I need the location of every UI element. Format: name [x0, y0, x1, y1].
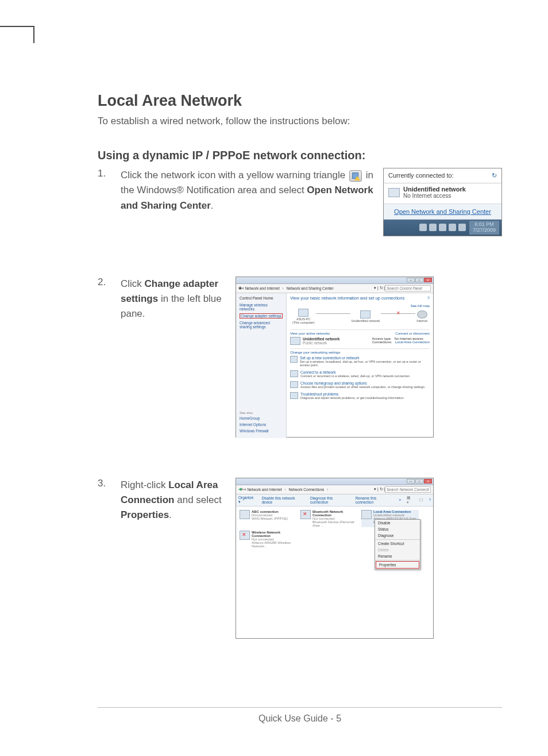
change-settings-header: Change your networking settings	[290, 348, 430, 354]
step-2-number: 2.	[98, 277, 121, 288]
clock-date: 7/27/2009	[473, 228, 496, 233]
minimize-button[interactable]: —	[407, 278, 415, 282]
clock[interactable]: 6:01 PM 7/27/2009	[469, 221, 499, 235]
s1-network-row: Unidentified network No Internet access	[384, 183, 501, 204]
sidebar-change-adapter[interactable]: Change adapter settings	[240, 313, 283, 318]
step-1-number: 1.	[98, 168, 121, 179]
node-unidentified: Unidentified network	[352, 310, 380, 323]
address-bar: ◀ ▶ « Network and Internet › Network Con…	[236, 485, 433, 494]
sidebar-firewall[interactable]: Windows Firewall	[240, 429, 283, 433]
s1-connected-to: Currently connected to:	[388, 172, 454, 179]
step-1-text: Click the network icon with a yellow war…	[121, 168, 383, 213]
step-1: 1. Click the network icon with a yellow …	[98, 168, 502, 236]
sidebar-see-also: See also	[240, 411, 283, 415]
view-icon[interactable]: ▦ ▾	[407, 496, 414, 505]
screenshot-1-network-flyout: Currently connected to: ↻ Unidentified n…	[383, 168, 502, 236]
tb-disable[interactable]: Disable this network device	[261, 496, 304, 504]
menu-disable[interactable]: Disable	[375, 520, 420, 526]
menu-properties[interactable]: Properties	[376, 561, 419, 569]
flag-icon[interactable]	[429, 224, 437, 231]
close-button[interactable]: ✕	[424, 278, 432, 282]
step-2-t1: Click	[121, 278, 145, 289]
breadcrumb-2[interactable]: Network Connections	[289, 488, 325, 492]
sidebar-homegroup[interactable]: HomeGroup	[240, 416, 283, 420]
step-2: 2. Click Change adapter settings in the …	[98, 277, 502, 438]
tb-more[interactable]: »	[399, 498, 402, 502]
conn-bluetooth[interactable]: Bluetooth Network ConnectionNot connecte…	[300, 510, 358, 527]
help-icon[interactable]: ?	[427, 296, 430, 301]
sidebar-home[interactable]: Control Panel Home	[240, 296, 283, 300]
conn-wireless[interactable]: Wireless Network ConnectionNot connected…	[240, 531, 297, 548]
s1-network-title: Unidentified network	[403, 186, 466, 193]
step-3: 3. Right-click Local Area Connection and…	[98, 478, 502, 639]
menu-shortcut[interactable]: Create Shortcut	[375, 540, 420, 547]
tb-diagnose[interactable]: Diagnose this connection	[310, 496, 350, 504]
menu-rename[interactable]: Rename	[375, 553, 420, 559]
opt-connect-network[interactable]: Connect to a networkConnect or reconnect…	[290, 369, 430, 379]
lac-link[interactable]: Local Area Connection	[395, 340, 430, 344]
conn-abc[interactable]: ABC connectionDisconnectedWAN Miniport (…	[240, 510, 297, 527]
sidebar-internet-options[interactable]: Internet Options	[240, 423, 283, 427]
sidebar-advanced-sharing[interactable]: Change advanced sharing settings	[240, 321, 283, 329]
organize-menu[interactable]: Organize ▾	[238, 496, 256, 504]
window-titlebar: — □ ✕	[236, 277, 433, 284]
s2-main: View your basic network information and …	[287, 293, 433, 438]
refresh-icon[interactable]: ↻	[492, 172, 497, 179]
network-icon	[290, 337, 300, 345]
menu-status[interactable]: Status	[375, 526, 420, 532]
tb-rename[interactable]: Rename this connection	[356, 496, 393, 504]
tray-up-icon[interactable]: ▴	[419, 224, 427, 231]
connections-list: ABC connectionDisconnectedWAN Miniport (…	[236, 506, 433, 643]
sidebar-manage-wireless[interactable]: Manage wireless networks	[240, 303, 283, 311]
address-bar: ◉ « Network and Internet › Network and S…	[236, 284, 433, 293]
opt-troubleshoot[interactable]: Troubleshoot problemsDiagnose and repair…	[290, 390, 430, 401]
network-tray-icon[interactable]	[449, 224, 456, 231]
step-3-bold2: Properties	[121, 509, 169, 520]
s1-network-sub: No Internet access	[403, 193, 466, 199]
step-3-text: Right-click Local Area Connection and se…	[121, 478, 236, 523]
s1-link-row: Open Network and Sharing Center	[384, 204, 501, 220]
menu-diagnose[interactable]: Diagnose	[375, 532, 420, 539]
opt-homegroup[interactable]: Choose homegroup and sharing optionsAcce…	[290, 379, 430, 390]
page-footer: Quick Use Guide - 5	[98, 707, 502, 724]
step-3-number: 3.	[98, 478, 121, 489]
connect-disconnect-link[interactable]: Connect or disconnect	[395, 332, 430, 335]
menu-delete[interactable]: Delete	[375, 547, 420, 553]
maximize-button[interactable]: □	[415, 479, 423, 483]
power-icon[interactable]	[439, 224, 446, 231]
s2-sidebar: Control Panel Home Manage wireless netwo…	[236, 293, 287, 438]
close-button[interactable]: ✕	[424, 479, 432, 483]
active-networks-header: View your active networks Connect or dis…	[290, 329, 430, 335]
help-icon[interactable]: ?	[429, 498, 431, 502]
volume-icon[interactable]	[458, 224, 466, 231]
screenshot-2-network-center: — □ ✕ ◉ « Network and Internet › Network…	[236, 277, 434, 438]
preview-icon[interactable]: ☐	[419, 498, 423, 502]
network-icon	[388, 188, 400, 197]
see-full-map-link[interactable]: See full map	[411, 304, 430, 308]
breadcrumb-1[interactable]: « Network and Internet	[244, 488, 282, 492]
screenshot-3-network-connections: — □ ✕ ◀ ▶ « Network and Internet › Netwo…	[236, 478, 434, 639]
context-menu: Disable Status Diagnose Create Shortcut …	[375, 519, 420, 570]
search-input[interactable]	[385, 486, 431, 493]
breadcrumb-1[interactable]: « Network and Internet	[242, 286, 280, 290]
node-this-pc: ASUS-PC (This computer)	[292, 309, 315, 324]
window-buttons: — □ ✕	[407, 479, 432, 483]
network-map: ASUS-PC (This computer) Unidentified net…	[290, 308, 430, 328]
toolbar: Organize ▾ Disable this network device D…	[236, 494, 433, 506]
opt-setup-connection[interactable]: Set up a new connection or networkSet up…	[290, 354, 430, 369]
page-heading: Local Area Network	[98, 92, 502, 110]
systray: ▴ 6:01 PM 7/27/2009	[384, 220, 501, 236]
window-buttons: — □ ✕	[407, 278, 432, 282]
section-heading: Using a dynamic IP / PPPoE network conne…	[98, 149, 502, 162]
minimize-button[interactable]: —	[407, 479, 415, 483]
maximize-button[interactable]: □	[415, 278, 423, 282]
step-3-t2: and select	[177, 494, 222, 505]
open-network-center-link[interactable]: Open Network and Sharing Center	[394, 208, 491, 215]
step-1-t1: Click the network icon with a yellow war…	[121, 170, 348, 181]
step-3-t1: Right-click	[121, 479, 168, 490]
s1-header: Currently connected to: ↻	[384, 168, 501, 183]
search-input[interactable]	[385, 285, 431, 291]
breadcrumb-2[interactable]: Network and Sharing Center	[287, 286, 334, 290]
step-3-period: .	[169, 509, 172, 520]
s2-title: View your basic network information and …	[290, 296, 404, 301]
